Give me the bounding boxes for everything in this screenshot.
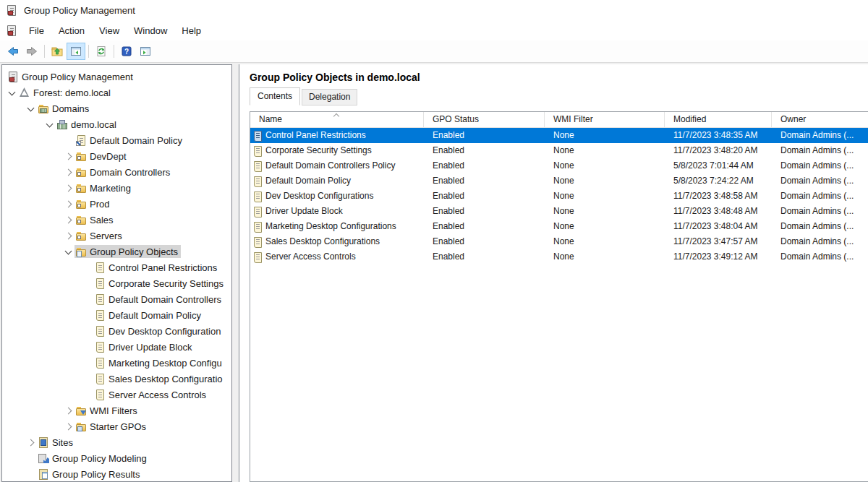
tree-item-prod[interactable]: Prod [2, 196, 231, 212]
chevron-collapsed-icon[interactable] [63, 182, 75, 194]
tab-contents[interactable]: Contents [250, 87, 300, 106]
gpo-icon [252, 221, 263, 233]
tree-item-marketing[interactable]: Marketing [2, 180, 231, 196]
table-row-dev-desktop-configurations[interactable]: Dev Desktop Configurations Enabled None … [250, 189, 868, 204]
menu-window[interactable]: Window [127, 22, 174, 39]
tree-item-driver-update-block[interactable]: Driver Update Block [2, 339, 231, 355]
refresh-button[interactable] [92, 43, 111, 60]
chevron-expanded-icon[interactable] [7, 87, 18, 98]
help-button[interactable]: ? [117, 43, 136, 60]
up-one-level-icon [51, 46, 63, 57]
sort-ascending-icon [333, 112, 339, 118]
table-row-corporate-security-settings[interactable]: Corporate Security Settings Enabled None… [250, 143, 868, 158]
tree-item-corporate-security-settings[interactable]: Corporate Security Settings [2, 275, 231, 291]
chevron-collapsed-icon[interactable] [25, 436, 37, 448]
table-row-server-access-controls[interactable]: Server Access Controls Enabled None 11/7… [250, 249, 868, 264]
chevron-collapsed-icon[interactable] [63, 150, 75, 162]
gpo-icon [94, 262, 106, 273]
console-tree-icon [70, 46, 82, 57]
table-row-default-domain-controllers-policy[interactable]: Default Domain Controllers Policy Enable… [250, 158, 868, 173]
gpo-icon [252, 176, 263, 187]
forward-button[interactable] [22, 43, 41, 60]
column-header-gpo-status[interactable]: GPO Status [424, 112, 545, 127]
ou-folder-icon [75, 150, 87, 162]
ou-folder-icon [75, 198, 87, 210]
tree-item-starter-gpos[interactable]: Starter GPOs [2, 418, 231, 434]
ou-folder-icon [75, 230, 87, 241]
column-header-wmi-filter[interactable]: WMI Filter [545, 112, 665, 127]
chevron-collapsed-icon[interactable] [63, 198, 75, 210]
gpo-icon [94, 325, 106, 337]
gpo-icon [94, 309, 106, 321]
table-row-marketing-desktop-configurations[interactable]: Marketing Desktop Configurations Enabled… [250, 219, 868, 234]
show-action-pane-button[interactable] [136, 43, 155, 60]
menu-action[interactable]: Action [51, 22, 92, 39]
back-button[interactable] [4, 43, 22, 60]
tree-item-group-policy-objects[interactable]: Group Policy Objects [2, 244, 231, 259]
tree-item-forest-demo-local[interactable]: Forest: demo.local [2, 85, 231, 100]
chevron-collapsed-icon[interactable] [63, 166, 75, 178]
tree-item-sales-desktop-configuration[interactable]: Sales Desktop Configuratio [2, 371, 231, 387]
domain-icon [56, 119, 68, 130]
tree-item-control-panel-restrictions[interactable]: Control Panel Restrictions [2, 259, 231, 275]
gpo-icon [94, 341, 106, 353]
tree-item-domain-demo-local[interactable]: demo.local [2, 116, 231, 132]
table-row-sales-desktop-configurations[interactable]: Sales Desktop Configurations Enabled Non… [250, 234, 868, 249]
up-one-level-button[interactable] [48, 43, 67, 60]
tree-item-default-domain-controllers[interactable]: Default Domain Controllers [2, 291, 231, 307]
chevron-collapsed-icon[interactable] [63, 214, 75, 225]
tree-item-dev-desktop-configuration[interactable]: Dev Desktop Configuration [2, 323, 231, 339]
menu-help[interactable]: Help [174, 22, 208, 39]
gpo-icon [252, 251, 263, 263]
help-icon: ? [121, 46, 132, 57]
tree-item-default-domain-policy-link[interactable]: Default Domain Policy [2, 132, 231, 148]
column-header-modified[interactable]: Modified [665, 112, 772, 127]
child-window-icon [6, 25, 17, 36]
gpmc-app-icon [7, 71, 19, 82]
gpo-icon [252, 130, 263, 142]
svg-text:?: ? [124, 48, 129, 56]
chevron-collapsed-icon[interactable] [63, 405, 75, 416]
tree-item-server-access-controls[interactable]: Server Access Controls [2, 387, 231, 403]
chevron-placeholder [82, 293, 93, 305]
tree-item-default-domain-policy[interactable]: Default Domain Policy [2, 307, 231, 323]
results-icon [38, 468, 49, 480]
table-row-default-domain-policy[interactable]: Default Domain Policy Enabled None 5/8/2… [250, 173, 868, 189]
show-console-tree-button[interactable] [67, 43, 85, 60]
modeling-icon [38, 452, 49, 464]
tree-item-marketing-desktop-config[interactable]: Marketing Desktop Configu [2, 355, 231, 371]
tree-item-group-policy-modeling[interactable]: Group Policy Modeling [2, 450, 231, 466]
gpo-link-icon [75, 134, 87, 146]
toolbar-separator [44, 45, 45, 58]
ou-folder-icon [75, 182, 87, 194]
tree-item-sites[interactable]: Sites [2, 434, 231, 450]
tab-delegation[interactable]: Delegation [302, 89, 357, 106]
chevron-placeholder [82, 262, 93, 273]
tree-item-domains[interactable]: Domains [2, 100, 231, 116]
tree-item-devdept[interactable]: DevDept [2, 148, 231, 164]
gpo-icon [252, 160, 263, 172]
tree-item-servers[interactable]: Servers [2, 228, 231, 244]
tree-item-wmi-filters[interactable]: WMI Filters [2, 403, 231, 418]
table-row-driver-update-block[interactable]: Driver Update Block Enabled None 11/7/20… [250, 204, 868, 219]
tree-item-domain-controllers[interactable]: Domain Controllers [2, 164, 231, 180]
chevron-collapsed-icon[interactable] [63, 230, 75, 241]
ou-folder-icon [75, 214, 87, 225]
chevron-expanded-icon[interactable] [25, 103, 37, 114]
chevron-expanded-icon[interactable] [63, 246, 75, 257]
tree-item-group-policy-management[interactable]: Group Policy Management [2, 69, 231, 85]
tree-item-group-policy-results[interactable]: Group Policy Results [2, 466, 231, 482]
chevron-placeholder [82, 309, 93, 321]
column-header-name[interactable]: Name [250, 112, 424, 127]
gpo-icon [94, 389, 106, 400]
menu-file[interactable]: File [22, 22, 51, 39]
menu-view[interactable]: View [92, 22, 127, 39]
title-bar: Group Policy Management [0, 0, 868, 20]
chevron-expanded-icon[interactable] [44, 119, 56, 130]
chevron-placeholder [63, 134, 75, 146]
table-row-control-panel-restrictions[interactable]: Control Panel Restrictions Enabled None … [250, 128, 868, 143]
column-header-owner[interactable]: Owner [772, 112, 868, 127]
toolbar: ? [0, 40, 868, 63]
chevron-collapsed-icon[interactable] [63, 421, 75, 432]
tree-item-sales[interactable]: Sales [2, 212, 231, 228]
